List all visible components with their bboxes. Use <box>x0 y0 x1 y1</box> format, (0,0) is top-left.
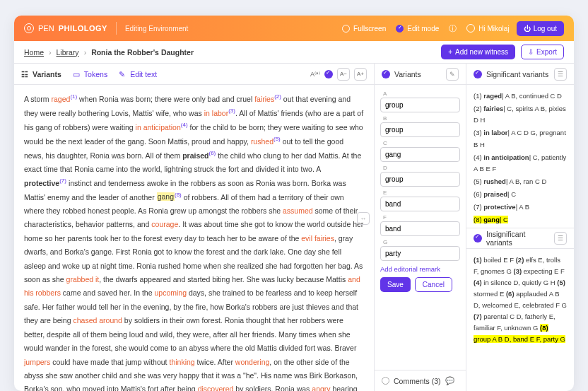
fontsize-plus[interactable]: A+ <box>354 68 367 81</box>
tab-variants[interactable]: ☷Variants <box>21 70 61 78</box>
comment-icon: 💬 <box>445 376 454 385</box>
comments-toggle[interactable]: Comments (3) 💬 <box>375 370 466 391</box>
document-text[interactable]: A storm raged(1) when Ronia was born; th… <box>14 85 374 391</box>
help-button[interactable]: ⓘ <box>449 23 457 34</box>
logo-icon <box>24 23 34 33</box>
variant-input-C[interactable] <box>380 147 460 162</box>
topbar: PEN PHILOLOGY Editing Environment Fullsc… <box>14 16 574 41</box>
variant-input-E[interactable] <box>380 197 460 211</box>
breadcrumb: Home › Library › Ronia the Robber's Daug… <box>14 41 574 64</box>
editmode-toggle[interactable]: Edit mode <box>396 25 439 33</box>
logout-button[interactable]: ⏻Log out <box>517 21 564 36</box>
crumb-library[interactable]: Library <box>57 48 79 57</box>
check-icon <box>382 70 390 78</box>
variants-panel-header: Variants ✎ <box>375 64 466 85</box>
tokens-icon: ▭ <box>73 70 81 78</box>
expand-button[interactable]: ↔ <box>357 212 370 225</box>
variant-input-D[interactable] <box>380 172 460 187</box>
crumb-home[interactable]: Home <box>24 48 44 57</box>
insig-variants-header: Insignificant variants ☰ <box>466 228 574 249</box>
crumb-current: Ronia the Robber's Daughter <box>91 48 194 57</box>
logo: PEN PHILOLOGY <box>24 23 107 33</box>
plus-icon: + <box>448 48 452 56</box>
save-button[interactable]: Save <box>380 277 411 292</box>
env-label: Editing Environment <box>125 25 189 33</box>
add-witness-button[interactable]: +Add new witness <box>441 45 515 59</box>
editor-tabs: ☷Variants ▭Tokens ✎Edit text A⁽ᵃ⁾ A− A+ <box>14 64 374 85</box>
sig-variants-header: Significant variants ☰ <box>466 64 574 85</box>
check-icon[interactable] <box>324 70 333 78</box>
fontsize-minus[interactable]: A− <box>337 68 350 81</box>
variant-input-A[interactable] <box>380 98 460 112</box>
user-icon <box>466 24 475 33</box>
radio-icon <box>382 377 389 385</box>
add-remark-link[interactable]: Add editorial remark <box>380 265 460 273</box>
list-icon[interactable]: ☰ <box>554 232 567 245</box>
variant-input-G[interactable] <box>380 246 460 261</box>
export-button[interactable]: ⇩Export <box>521 45 564 59</box>
user-greeting[interactable]: Hi Mikolaj <box>466 24 509 33</box>
tab-edit[interactable]: ✎Edit text <box>119 70 157 78</box>
variant-input-F[interactable] <box>380 221 460 236</box>
edit-icon: ✎ <box>119 70 127 78</box>
cancel-button[interactable]: Cancel <box>415 277 452 292</box>
fullscreen-toggle[interactable]: Fullscreen <box>342 25 386 33</box>
power-icon: ⏻ <box>524 25 531 33</box>
check-icon <box>474 234 482 243</box>
download-icon: ⇩ <box>528 48 534 56</box>
variants-icon: ☷ <box>21 70 29 78</box>
list-icon[interactable]: ☰ <box>554 68 567 81</box>
edit-icon[interactable]: ✎ <box>446 68 459 81</box>
tab-tokens[interactable]: ▭Tokens <box>73 70 107 78</box>
check-icon <box>474 70 482 78</box>
variant-input-B[interactable] <box>380 122 460 137</box>
